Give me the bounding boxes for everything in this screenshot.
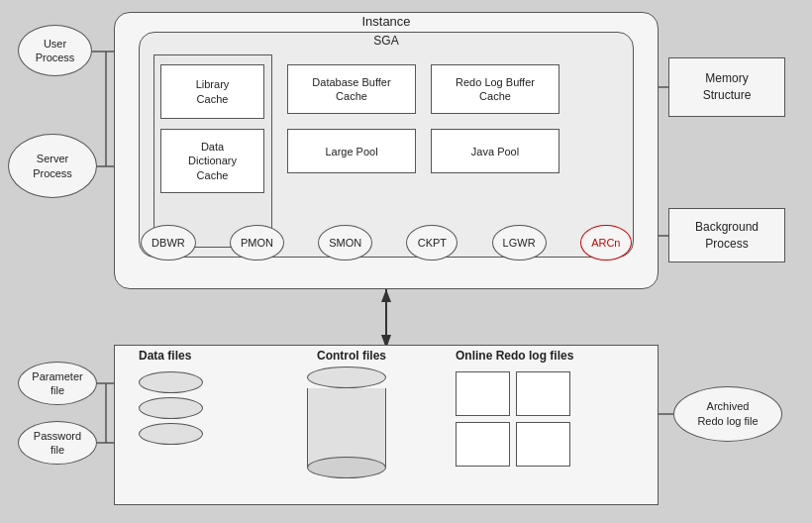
param-file-label: Parameterfile [32,369,82,398]
oval-lgwr: LGWR [492,225,547,261]
redo-file-3 [456,422,510,467]
svg-marker-6 [381,289,391,302]
library-cache-label: LibraryCache [196,77,230,106]
redo-files-label: Online Redo log files [456,349,573,363]
archived-redo-oval: ArchivedRedo log file [673,386,782,442]
server-process-oval: ServerProcess [8,134,97,198]
archived-redo-label: ArchivedRedo log file [697,399,758,430]
db-buffer-cache-box: Database BufferCache [287,64,416,114]
disk-1 [139,371,203,393]
data-files-label: Data files [139,349,191,363]
oval-pmon: PMON [230,225,284,261]
data-dict-label: DataDictionaryCache [188,140,237,182]
control-files-label: Control files [317,349,386,363]
cylinder-top [307,366,386,388]
cylinder-body [307,388,386,468]
redo-log-label: Redo Log BufferCache [456,75,535,104]
large-pool-box: Large Pool [287,129,416,173]
java-pool-box: Java Pool [431,129,559,173]
large-pool-label: Large Pool [325,146,377,157]
sga-label: SGA [139,34,634,48]
disk-3 [139,423,203,445]
server-process-label: ServerProcess [33,152,72,180]
memory-structure-label: MemoryStructure [703,70,752,104]
library-cache-box: LibraryCache [160,64,264,119]
bg-process-row: DBWR PMON SMON CKPT LGWR ARCn [114,213,659,272]
oval-arcn: ARCn [580,225,632,261]
data-dict-cache-box: DataDictionaryCache [160,129,264,193]
redo-file-1 [456,371,510,416]
password-file-label: Passwordfile [34,429,81,458]
param-file-oval: Parameterfile [18,362,97,405]
redo-log-buffer-box: Redo Log BufferCache [431,64,559,114]
password-file-oval: Passwordfile [18,421,97,465]
cylinder-bottom [307,457,386,478]
data-files-disks [139,371,203,445]
redo-file-4 [516,422,570,467]
control-files-cylinder [307,366,386,478]
redo-files-grid [456,371,570,467]
db-buffer-label: Database BufferCache [312,75,390,104]
instance-label: Instance [114,14,659,29]
diagram: Instance SGA LibraryCache DataDictionary… [0,0,812,523]
java-pool-label: Java Pool [471,146,519,157]
redo-file-2 [516,371,570,416]
oval-smon: SMON [318,225,372,261]
user-process-oval: UserProcess [18,25,92,76]
memory-structure-box: MemoryStructure [668,57,785,117]
oval-ckpt: CKPT [406,225,457,261]
bg-process-label: BackgroundProcess [695,219,759,253]
bg-process-label-box: BackgroundProcess [668,208,785,262]
disk-2 [139,397,203,419]
user-process-label: UserProcess [36,37,75,65]
oval-dbwr: DBWR [141,225,196,261]
